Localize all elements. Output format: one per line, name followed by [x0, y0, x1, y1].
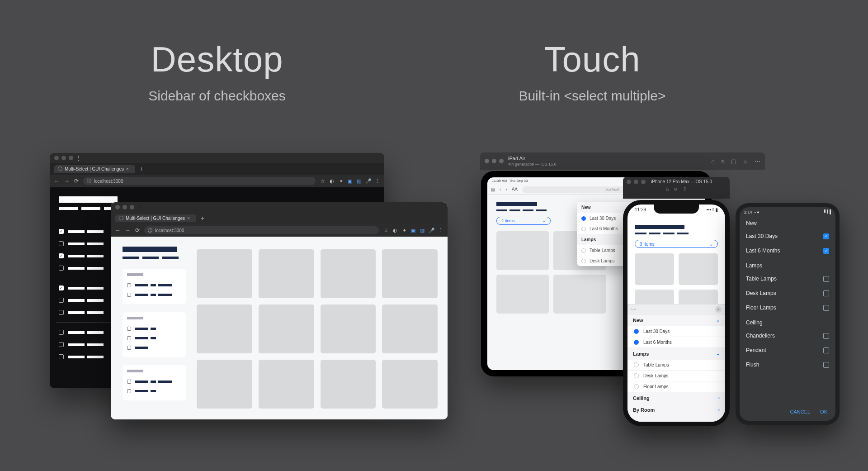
select-option[interactable]: Last 30 Days✓: [740, 229, 835, 243]
window-menu-icon[interactable]: ⋮: [137, 204, 142, 210]
devtools-icon[interactable]: ▣: [347, 178, 353, 184]
extension-icon[interactable]: ✦: [401, 228, 407, 233]
checkbox-icon[interactable]: [127, 283, 131, 287]
home-icon[interactable]: ⌂: [711, 158, 715, 165]
site-info-icon[interactable]: i: [87, 179, 91, 183]
checkbox-icon[interactable]: [127, 327, 131, 331]
select-option[interactable]: Table Lamps: [627, 360, 725, 371]
sidebar-checkbox-row[interactable]: [127, 324, 181, 333]
result-card[interactable]: [197, 304, 252, 353]
cancel-button[interactable]: CANCEL: [790, 409, 810, 414]
sidebar-checkbox-row[interactable]: [127, 343, 181, 352]
reload-icon[interactable]: ⟳: [135, 227, 140, 233]
back-icon[interactable]: ←: [54, 178, 60, 184]
window-menu-icon[interactable]: ⋮: [76, 155, 81, 161]
sidebar-checkbox-row[interactable]: [127, 386, 181, 396]
select-option[interactable]: Chandeliers: [740, 328, 835, 343]
checkbox-icon[interactable]: [127, 380, 131, 384]
result-card[interactable]: [259, 249, 314, 298]
checkbox-icon[interactable]: [59, 342, 64, 347]
browser-tab[interactable]: Multi-Select | GUI Challenges ×: [115, 214, 196, 222]
select-option[interactable]: Desk Lamps: [627, 371, 725, 381]
select-option[interactable]: Last 30 Days: [627, 326, 725, 337]
result-card[interactable]: [382, 304, 438, 353]
checkbox-icon[interactable]: ✓: [59, 253, 64, 258]
forward-icon[interactable]: →: [125, 227, 131, 233]
checkbox-icon[interactable]: [127, 346, 131, 350]
select-option[interactable]: Flush: [740, 357, 835, 372]
star-icon[interactable]: ☆: [320, 178, 326, 184]
sidebar-icon[interactable]: ▤: [491, 187, 495, 192]
star-icon[interactable]: ☆: [383, 228, 389, 233]
checkbox-icon[interactable]: [127, 336, 131, 340]
checkbox-icon[interactable]: [59, 330, 64, 335]
result-card[interactable]: [553, 275, 606, 314]
traffic-lights[interactable]: [485, 159, 504, 163]
new-tab-icon[interactable]: +: [201, 214, 204, 222]
screenshot-icon[interactable]: ⍉: [721, 158, 725, 165]
result-card[interactable]: [197, 249, 252, 298]
back-icon[interactable]: ‹: [500, 187, 501, 192]
sheet-nav-arrows[interactable]: ‹›: [631, 307, 638, 312]
ok-button[interactable]: OK: [820, 409, 827, 414]
result-card[interactable]: [259, 304, 314, 353]
select-summary-pill[interactable]: 3 Items ⌄: [635, 240, 718, 248]
share-icon[interactable]: ⇧: [683, 186, 687, 192]
mic-icon[interactable]: 🎤: [429, 228, 434, 233]
close-tab-icon[interactable]: ×: [187, 216, 190, 221]
address-field[interactable]: i localhost:3000: [144, 226, 379, 234]
select-option[interactable]: Last 6 Months: [627, 337, 725, 348]
back-icon[interactable]: ←: [115, 227, 121, 233]
checkbox-icon[interactable]: [59, 266, 64, 271]
kebab-icon[interactable]: ⋮: [374, 178, 380, 184]
mic-icon[interactable]: 🎤: [365, 178, 371, 184]
select-option[interactable]: Desk Lamps: [740, 286, 835, 300]
select-option[interactable]: Floor Lamps: [627, 381, 725, 392]
text-size-icon[interactable]: AA: [512, 187, 518, 192]
optgroup-header[interactable]: Lamps⌄: [627, 348, 725, 360]
cast-icon[interactable]: ▥: [420, 228, 425, 233]
screenshot-icon[interactable]: ⍉: [674, 186, 677, 192]
tune-icon[interactable]: ◐: [329, 178, 335, 184]
home-icon[interactable]: ⌂: [666, 186, 669, 192]
result-card[interactable]: [259, 360, 314, 409]
traffic-lights[interactable]: [627, 180, 646, 184]
traffic-lights[interactable]: [115, 205, 134, 209]
select-option[interactable]: Last 6 Months✓: [740, 243, 835, 258]
result-card[interactable]: [197, 360, 252, 409]
result-card[interactable]: [321, 249, 376, 298]
reload-icon[interactable]: ⟳: [74, 178, 79, 184]
result-card[interactable]: [635, 253, 674, 285]
result-card[interactable]: [382, 360, 438, 409]
select-option[interactable]: Table Lamps: [740, 271, 835, 286]
new-tab-icon[interactable]: +: [140, 165, 143, 172]
checkbox-icon[interactable]: ✓: [59, 285, 64, 290]
result-card[interactable]: [496, 231, 549, 270]
forward-icon[interactable]: →: [64, 178, 70, 184]
kebab-icon[interactable]: ⋮: [438, 228, 443, 233]
sidebar-checkbox-row[interactable]: [127, 333, 181, 343]
checkbox-icon[interactable]: [59, 241, 64, 246]
result-card[interactable]: [496, 275, 549, 314]
browser-tab[interactable]: Multi-Select | GUI Challenges ×: [54, 165, 135, 173]
close-tab-icon[interactable]: ×: [126, 167, 129, 171]
result-card[interactable]: [679, 253, 718, 285]
cast-icon[interactable]: ▥: [356, 178, 362, 184]
checkbox-icon[interactable]: ✓: [59, 229, 64, 234]
checkbox-icon[interactable]: [59, 354, 64, 359]
rotate-icon[interactable]: ▢: [731, 158, 736, 165]
checkbox-icon[interactable]: [127, 389, 131, 393]
select-sheet[interactable]: ‹› × New⌄Last 30 DaysLast 6 MonthsLamps⌄…: [627, 304, 725, 422]
forward-icon[interactable]: ›: [505, 187, 507, 192]
sidebar-checkbox-row[interactable]: [127, 377, 181, 386]
checkbox-icon[interactable]: [59, 310, 64, 315]
optgroup-header[interactable]: New⌄: [627, 314, 725, 326]
result-card[interactable]: [321, 304, 376, 353]
checkbox-icon[interactable]: [127, 293, 131, 297]
result-card[interactable]: [321, 360, 376, 409]
appearance-icon[interactable]: ☼: [743, 158, 748, 165]
optgroup-header[interactable]: By Room›: [627, 404, 725, 416]
traffic-lights[interactable]: [54, 156, 73, 160]
devtools-icon[interactable]: ▣: [410, 228, 416, 233]
checkbox-icon[interactable]: [59, 298, 64, 303]
